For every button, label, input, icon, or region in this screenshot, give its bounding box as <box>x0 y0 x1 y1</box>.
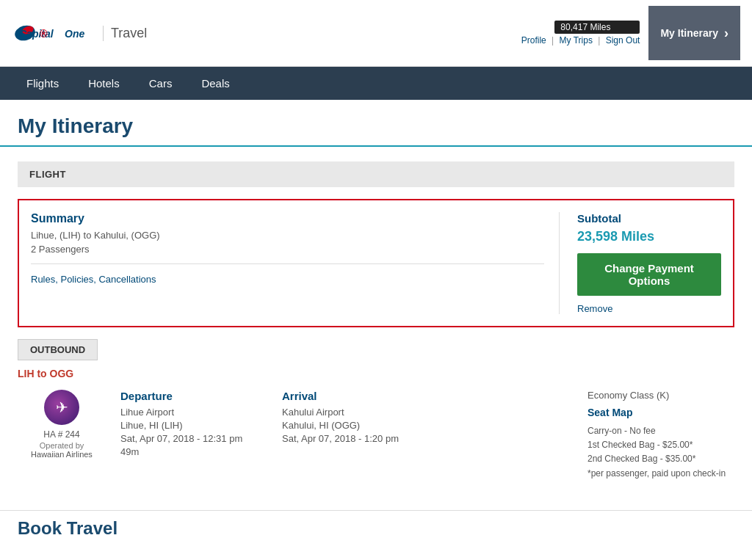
flight-duration: 49m <box>120 446 253 457</box>
header-links: Profile | My Trips | Sign Out <box>521 35 640 46</box>
summary-box: Summary Lihue, (LIH) to Kahului, (OGG) 2… <box>18 199 734 327</box>
summary-right: Subtotal 23,598 Miles Change Payment Opt… <box>560 212 721 314</box>
my-itinerary-label: My Itinerary <box>660 27 718 39</box>
page-title: My Itinerary <box>18 114 734 138</box>
arrival-header: Arrival <box>282 390 414 402</box>
main-nav: Flights Hotels Cars Deals <box>0 67 752 100</box>
second-bag-fee: 2nd Checked Bag - $35.00* <box>588 452 734 466</box>
departure-airport: Lihue Airport <box>120 407 253 418</box>
my-itinerary-button[interactable]: My Itinerary › <box>648 6 740 60</box>
nav-flights[interactable]: Flights <box>12 67 73 100</box>
chevron-right-icon: › <box>724 26 728 41</box>
airline-name: Hawaiian Airlines <box>18 450 106 459</box>
miles-area: 80,417 Miles Profile | My Trips | Sign O… <box>521 21 649 46</box>
miles-bar: 80,417 Miles <box>554 21 640 34</box>
carry-on-fee: Carry-on - No fee <box>588 424 734 438</box>
seat-map-link[interactable]: Seat Map <box>588 407 734 418</box>
header-right: 80,417 Miles Profile | My Trips | Sign O… <box>521 6 740 60</box>
book-travel-section: Book Travel <box>0 510 752 553</box>
arrival-datetime: Sat, Apr 07, 2018 - 1:20 pm <box>282 433 414 444</box>
arrival-location: Kahului, HI (OGG) <box>282 420 414 431</box>
remove-link[interactable]: Remove <box>577 303 721 314</box>
plane-icon: ✈ <box>56 399 68 416</box>
summary-left: Summary Lihue, (LIH) to Kahului, (OGG) 2… <box>31 212 560 314</box>
outbound-header: OUTBOUND <box>18 339 98 360</box>
arrival-airport: Kahului Airport <box>282 407 414 418</box>
summary-passengers: 2 Passengers <box>31 244 544 255</box>
departure-column: Departure Lihue Airport Lihue, HI (LIH) … <box>120 390 253 459</box>
my-trips-link[interactable]: My Trips <box>560 35 593 46</box>
summary-route: Lihue, (LIH) to Kahului, (OGG) <box>31 230 544 241</box>
airline-logo-icon: ✈ <box>44 390 79 425</box>
flight-number: HA # 244 <box>18 429 106 440</box>
subtotal-label: Subtotal <box>577 212 721 225</box>
subtotal-value: 23,598 Miles <box>577 229 721 244</box>
nav-hotels[interactable]: Hotels <box>73 67 134 100</box>
departure-location: Lihue, HI (LIH) <box>120 420 253 431</box>
bag-note: *per passenger, paid upon check-in <box>588 467 734 481</box>
operated-by-label: Operated by <box>18 441 106 450</box>
flight-right-info: Economy Class (K) Seat Map Carry-on - No… <box>588 390 734 481</box>
baggage-info: Carry-on - No fee 1st Checked Bag - $25.… <box>588 424 734 481</box>
main-content: FLIGHT Summary Lihue, (LIH) to Kahului, … <box>0 147 752 510</box>
economy-class: Economy Class (K) <box>588 390 734 401</box>
arrival-column: Arrival Kahului Airport Kahului, HI (OGG… <box>282 390 414 459</box>
departure-header: Departure <box>120 390 253 402</box>
change-payment-button[interactable]: Change Payment Options <box>577 253 721 296</box>
flight-section: FLIGHT Summary Lihue, (LIH) to Kahului, … <box>18 161 734 481</box>
svg-text:Capital: Capital <box>19 28 54 40</box>
sign-out-link[interactable]: Sign Out <box>606 35 640 46</box>
capital-one-logo: Capital One ® Travel <box>12 18 147 48</box>
svg-text:®: ® <box>40 28 48 40</box>
summary-title: Summary <box>31 212 544 225</box>
flight-section-header: FLIGHT <box>18 161 734 187</box>
route-label: LIH to OGG <box>18 368 734 379</box>
logo-area: Capital One ® Travel <box>12 18 147 48</box>
flight-details: ✈ HA # 244 Operated by Hawaiian Airlines… <box>18 390 734 481</box>
svg-text:One: One <box>65 28 84 40</box>
profile-link[interactable]: Profile <box>521 35 546 46</box>
travel-label: Travel <box>103 26 147 41</box>
nav-deals[interactable]: Deals <box>187 67 244 100</box>
logo-svg: Capital One ® <box>12 18 100 48</box>
airline-info: ✈ HA # 244 Operated by Hawaiian Airlines <box>18 390 106 459</box>
rules-link[interactable]: Rules, Policies, Cancellations <box>31 274 156 285</box>
page-title-section: My Itinerary <box>0 100 752 147</box>
departure-datetime: Sat, Apr 07, 2018 - 12:31 pm <box>120 433 253 444</box>
nav-cars[interactable]: Cars <box>134 67 187 100</box>
book-travel-title: Book Travel <box>18 518 734 539</box>
outbound-section: OUTBOUND LIH to OGG ✈ HA # 244 Operated … <box>18 339 734 481</box>
dep-arr-columns: Departure Lihue Airport Lihue, HI (LIH) … <box>120 390 573 459</box>
first-bag-fee: 1st Checked Bag - $25.00* <box>588 438 734 452</box>
page-header: Capital One ® Travel 80,417 Miles Profil… <box>0 0 752 67</box>
